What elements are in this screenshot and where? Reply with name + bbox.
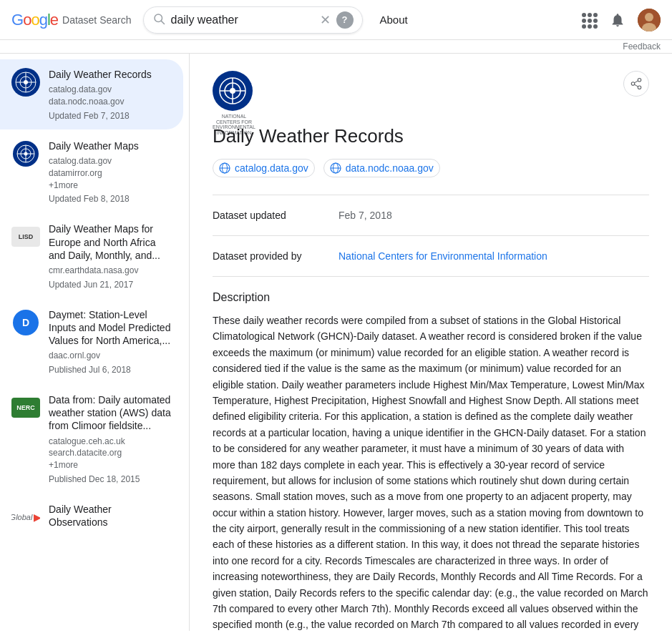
- share-button[interactable]: [623, 71, 649, 97]
- sidebar-item-date2: Updated Feb 8, 2018: [49, 194, 172, 204]
- sidebar-item-content3: Daily Weather Maps for Europe and North …: [49, 222, 172, 289]
- logo-container: Google Dataset Search: [11, 11, 132, 29]
- dataset-provided-row: Dataset provided by National Centers for…: [213, 250, 649, 262]
- feedback-label[interactable]: Feedback: [623, 41, 661, 51]
- svg-point-25: [638, 86, 641, 89]
- sidebar-item-meta3: cmr.earthdata.nasa.gov: [49, 265, 172, 277]
- dataset-provider-link[interactable]: National Centers for Environmental Infor…: [339, 250, 547, 262]
- user-avatar[interactable]: [638, 9, 661, 31]
- svg-line-27: [634, 81, 638, 83]
- sidebar-item-title5: Data from: Daily automated weather stati…: [49, 393, 172, 433]
- detail-sources: catalog.data.gov data.nodc.noaa.gov: [213, 159, 649, 177]
- sidebar-item-content2: Daily Weather Maps catalog.data.gov data…: [49, 139, 172, 205]
- source-label-catalog: catalog.data.gov: [235, 162, 308, 174]
- sidebar-item-title4: Daymet: Station-Level Inputs and Model P…: [49, 308, 172, 348]
- sidebar-item-meta: catalog.data.gov data.nodc.noaa.gov: [49, 84, 172, 108]
- detail-title: Daily Weather Records: [213, 125, 649, 147]
- sidebar-logo-noaa: [11, 68, 40, 97]
- sidebar-item-date3: Updated Jun 21, 2017: [49, 280, 172, 290]
- main-layout: Daily Weather Records catalog.data.gov d…: [0, 54, 672, 631]
- sidebar-item-content4: Daymet: Station-Level Inputs and Model P…: [49, 308, 172, 375]
- logo-subtitle: Dataset Search: [62, 14, 132, 26]
- about-link[interactable]: About: [380, 14, 408, 26]
- source-chip-catalog[interactable]: catalog.data.gov: [213, 159, 315, 177]
- sidebar-item-title3: Daily Weather Maps for Europe and North …: [49, 222, 172, 262]
- sidebar-item-aws-climoor[interactable]: NERC Data from: Daily automated weather …: [0, 385, 183, 493]
- search-icon: [152, 12, 165, 28]
- sidebar-item-title: Daily Weather Records: [49, 68, 172, 81]
- sidebar-item-meta2: catalog.data.gov datamirror.org +1more: [49, 155, 172, 191]
- sidebar-item-daily-weather-records[interactable]: Daily Weather Records catalog.data.gov d…: [0, 59, 183, 129]
- clear-search-button[interactable]: ✕: [320, 14, 331, 26]
- sidebar-logo-nerc: NERC: [11, 393, 40, 422]
- sidebar-item-daily-weather-maps-europe[interactable]: LISD Daily Weather Maps for Europe and N…: [0, 214, 183, 298]
- detail-panel: NATIONAL CENTERS FORENVIRONMENTALINFORMA…: [190, 54, 672, 631]
- sidebar-item-daily-weather-maps[interactable]: Daily Weather Maps catalog.data.gov data…: [0, 131, 183, 213]
- sidebar-item-content: Daily Weather Records catalog.data.gov d…: [49, 68, 172, 121]
- svg-point-3: [645, 13, 653, 21]
- description-text: These daily weather records were compile…: [213, 313, 649, 631]
- svg-point-24: [631, 82, 635, 86]
- sidebar-item-title6: Daily Weather Observations: [49, 503, 172, 529]
- divider-1: [213, 195, 649, 195]
- sidebar-item-daily-weather-observations[interactable]: Global ▶ Daily Weather Observations: [0, 494, 183, 540]
- notifications-button[interactable]: [609, 11, 626, 29]
- sidebar-logo-daymet: D: [11, 308, 40, 337]
- dataset-updated-label: Dataset updated: [213, 210, 327, 221]
- divider-3: [213, 276, 649, 277]
- detail-noaa-logo: NATIONAL CENTERS FORENVIRONMENTALINFORMA…: [213, 71, 255, 114]
- sidebar-item-title2: Daily Weather Maps: [49, 139, 172, 152]
- sidebar-item-meta4: daac.ornl.gov: [49, 350, 172, 362]
- sidebar-item-daymet[interactable]: D Daymet: Station-Level Inputs and Model…: [0, 300, 183, 383]
- description-label: Description: [213, 291, 649, 304]
- dataset-updated-row: Dataset updated Feb 7, 2018: [213, 210, 649, 221]
- svg-point-23: [638, 79, 641, 82]
- sidebar-item-content5: Data from: Daily automated weather stati…: [49, 393, 172, 484]
- sidebar: Daily Weather Records catalog.data.gov d…: [0, 54, 190, 631]
- sidebar-item-content6: Daily Weather Observations: [49, 503, 172, 531]
- source-label-nodc: data.nodc.noaa.gov: [346, 162, 434, 174]
- sidebar-item-date: Updated Feb 7, 2018: [49, 111, 172, 121]
- apps-button[interactable]: [580, 11, 598, 29]
- google-logo: Google: [11, 11, 58, 29]
- search-input[interactable]: [171, 14, 314, 26]
- dataset-provided-label: Dataset provided by: [213, 250, 327, 262]
- sidebar-logo-global: Global ▶: [11, 503, 40, 531]
- header: Google Dataset Search ✕ ? About: [0, 0, 672, 40]
- svg-line-1: [161, 21, 164, 24]
- sidebar-item-meta5: catalogue.ceh.ac.uk search.datacite.org …: [49, 436, 172, 471]
- detail-header: NATIONAL CENTERS FORENVIRONMENTALINFORMA…: [213, 71, 649, 114]
- search-bar: ✕ ?: [143, 6, 363, 34]
- feedback-bar: Feedback: [0, 40, 672, 54]
- dataset-updated-value: Feb 7, 2018: [339, 210, 392, 221]
- sidebar-logo-lisd: LISD: [11, 222, 40, 251]
- sidebar-item-date5: Published Dec 18, 2015: [49, 474, 172, 484]
- divider-2: [213, 235, 649, 236]
- sidebar-logo-noaa2: [11, 139, 40, 168]
- sidebar-item-date4: Published Jul 6, 2018: [49, 365, 172, 375]
- svg-line-26: [634, 84, 638, 87]
- source-chip-nodc[interactable]: data.nodc.noaa.gov: [323, 159, 440, 177]
- search-help-button[interactable]: ?: [336, 11, 354, 29]
